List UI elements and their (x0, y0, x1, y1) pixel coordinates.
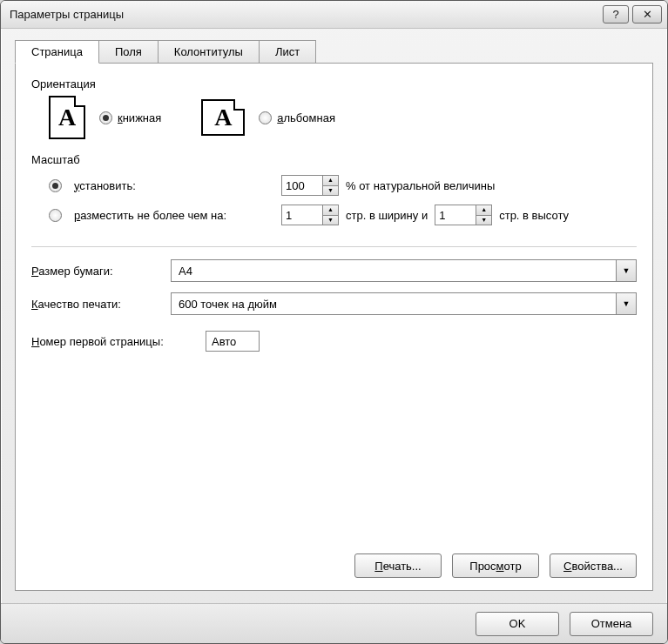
fit-wide-spin-up[interactable]: ▲ (323, 205, 339, 216)
portrait-text: книжная (118, 111, 161, 124)
tab-page[interactable]: Страница (15, 40, 99, 64)
chevron-down-icon: ▼ (623, 299, 631, 308)
fit-wide-suffix: стр. в ширину и (346, 209, 428, 222)
adjust-spin-up[interactable]: ▲ (323, 175, 339, 186)
help-icon: ? (612, 8, 618, 21)
fit-wide-spin-down[interactable]: ▼ (323, 216, 339, 226)
window-title: Параметры страницы (10, 8, 599, 21)
print-button[interactable]: Печать... (354, 553, 442, 578)
page-tab-panel: Ориентация A книжная A альбомная Масшт (15, 63, 653, 591)
tab-strip: Страница Поля Колонтитулы Лист (15, 40, 653, 64)
fit-tall-spinner[interactable]: ▲ ▼ (435, 205, 492, 225)
paper-size-label: Размер бумаги: (31, 265, 171, 278)
fit-radio[interactable] (49, 209, 62, 222)
fit-tall-spin-up[interactable]: ▲ (476, 205, 492, 216)
landscape-radio[interactable] (259, 111, 272, 124)
print-quality-input[interactable] (171, 292, 616, 315)
options-button[interactable]: Свойства... (550, 553, 637, 578)
landscape-page-icon: A (201, 99, 245, 136)
portrait-radio-label[interactable]: книжная (99, 111, 161, 124)
tab-headers[interactable]: Колонтитулы (158, 40, 260, 64)
fit-tall-spin-down[interactable]: ▼ (476, 216, 492, 226)
paper-size-row: Размер бумаги: ▼ (31, 259, 637, 282)
first-page-label: Номер первой страницы: (31, 335, 206, 348)
adjust-label: установить: (74, 179, 274, 192)
fit-tall-input[interactable] (435, 205, 476, 225)
titlebar: Параметры страницы ? ✕ (1, 1, 667, 29)
close-icon: ✕ (643, 8, 652, 21)
landscape-text: альбомная (277, 111, 335, 124)
first-page-row: Номер первой страницы: (31, 331, 637, 352)
portrait-radio[interactable] (99, 111, 112, 124)
paper-size-input[interactable] (171, 259, 616, 282)
adjust-input[interactable] (281, 175, 323, 196)
tab-sheet[interactable]: Лист (259, 40, 316, 64)
orientation-row: A книжная A альбомная (31, 96, 637, 139)
scale-fit-row: разместить не более чем на: ▲ ▼ стр. в ш… (31, 205, 637, 225)
scale-group: Масштаб установить: ▲ ▼ % от натуральной… (31, 153, 637, 225)
preview-button[interactable]: Просмотр (452, 553, 539, 578)
scale-legend: Масштаб (31, 153, 637, 166)
adjust-radio[interactable] (49, 179, 62, 192)
fit-wide-spinner[interactable]: ▲ ▼ (281, 205, 339, 225)
orientation-group: Ориентация A книжная A альбомная (31, 77, 637, 144)
print-quality-row: Качество печати: ▼ (31, 292, 637, 315)
print-quality-label: Качество печати: (31, 298, 171, 311)
scale-adjust-row: установить: ▲ ▼ % от натуральной величин… (31, 175, 637, 196)
adjust-spin-down[interactable]: ▼ (323, 186, 339, 197)
ok-button[interactable]: OK (476, 612, 559, 636)
tab-margins[interactable]: Поля (98, 40, 159, 64)
first-page-input[interactable] (206, 331, 260, 352)
fit-tall-suffix: стр. в высоту (499, 209, 569, 222)
landscape-radio-label[interactable]: альбомная (259, 111, 335, 124)
print-quality-drop[interactable]: ▼ (616, 292, 637, 315)
chevron-down-icon: ▼ (623, 266, 631, 275)
fit-label: разместить не более чем на: (74, 209, 274, 222)
print-quality-combo[interactable]: ▼ (171, 292, 637, 315)
fit-wide-input[interactable] (281, 205, 323, 225)
cancel-button[interactable]: Отмена (570, 612, 653, 636)
dialog-footer: OK Отмена (1, 603, 667, 643)
close-button[interactable]: ✕ (632, 5, 662, 23)
page-setup-dialog: Параметры страницы ? ✕ Страница Поля Кол… (0, 0, 668, 644)
client-area: Страница Поля Колонтитулы Лист Ориентаци… (1, 29, 667, 603)
panel-buttons: Печать... Просмотр Свойства... (31, 553, 637, 578)
portrait-page-icon: A (49, 96, 85, 139)
adjust-spinner[interactable]: ▲ ▼ (281, 175, 339, 196)
help-button[interactable]: ? (603, 5, 629, 23)
adjust-suffix: % от натуральной величины (346, 179, 495, 192)
paper-size-drop[interactable]: ▼ (616, 259, 637, 282)
orientation-legend: Ориентация (31, 77, 637, 91)
paper-size-combo[interactable]: ▼ (171, 259, 637, 282)
separator (31, 246, 637, 247)
